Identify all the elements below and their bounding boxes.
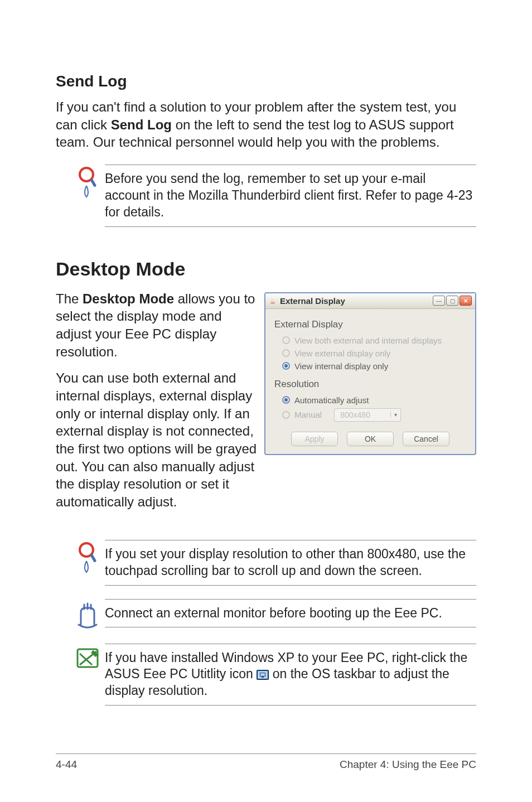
dialog-titlebar: External Display — ▢ ✕ — [265, 293, 475, 309]
minimize-button[interactable]: — — [433, 296, 445, 306]
section-heading-desktop-mode: Desktop Mode — [56, 258, 476, 280]
dialog-title: External Display — [280, 296, 433, 306]
radio-icon — [282, 411, 290, 419]
radio-label: View internal display only — [294, 361, 388, 371]
important-icon — [71, 599, 105, 630]
close-button[interactable]: ✕ — [460, 296, 472, 306]
svg-rect-9 — [260, 673, 265, 676]
radio-icon — [282, 362, 290, 370]
radio-label: Automatically adjust — [294, 395, 369, 405]
svg-rect-10 — [262, 677, 264, 678]
bold-desktop-mode: Desktop Mode — [83, 291, 174, 306]
tip-2: If you set your display resolution to ot… — [56, 540, 476, 586]
chapter-label: Chapter 4: Using the Eee PC — [340, 758, 476, 771]
cancel-button[interactable]: Cancel — [403, 432, 449, 446]
apply-button: Apply — [291, 432, 338, 446]
radio-icon — [282, 396, 290, 404]
important-1-text: Connect an external monitor before booti… — [105, 599, 476, 628]
group-external-display: External Display — [274, 319, 466, 330]
note-3-text: If you have installed Windows XP to your… — [105, 644, 476, 706]
radio-auto-adjust[interactable]: Automatically adjust — [282, 395, 466, 405]
page-number: 4-44 — [56, 758, 77, 771]
tip-icon — [71, 540, 105, 573]
tip-1-text: Before you send the log, remember to set… — [105, 165, 476, 227]
svg-rect-3 — [90, 553, 96, 562]
tip-icon — [71, 165, 105, 198]
radio-view-external-only: View external display only — [282, 349, 466, 358]
radio-label: Manual — [294, 410, 322, 419]
tip-1: Before you send the log, remember to set… — [56, 165, 476, 227]
java-icon — [269, 297, 277, 305]
chevron-down-icon: ▾ — [390, 412, 400, 418]
bold-send-log: Send Log — [111, 117, 172, 132]
note-icon — [71, 644, 105, 671]
page-footer: 4-44 Chapter 4: Using the Eee PC — [56, 753, 476, 771]
radio-icon — [282, 336, 290, 344]
radio-icon — [282, 349, 290, 357]
radio-view-both: View both external and internal displays — [282, 336, 466, 345]
send-log-paragraph: If you can't find a solution to your pro… — [56, 98, 476, 151]
ok-button[interactable]: OK — [347, 432, 394, 446]
important-1: Connect an external monitor before booti… — [56, 599, 476, 630]
desktop-mode-text: The Desktop Mode allows you to select th… — [56, 290, 260, 520]
radio-label: View both external and internal displays — [294, 336, 442, 345]
maximize-button[interactable]: ▢ — [446, 296, 458, 306]
radio-label: View external display only — [294, 349, 390, 358]
desktop-paragraph-2: You can use both external and internal d… — [56, 369, 260, 510]
text: The — [56, 291, 83, 306]
combo-value: 800x480 — [335, 410, 390, 419]
svg-rect-1 — [90, 178, 96, 187]
note-3: If you have installed Windows XP to your… — [56, 644, 476, 706]
external-display-dialog: External Display — ▢ ✕ External Display … — [264, 292, 476, 455]
eee-utility-tray-icon — [257, 670, 269, 680]
radio-manual: Manual 800x480 ▾ — [282, 408, 466, 422]
tip-2-text: If you set your display resolution to ot… — [105, 540, 476, 586]
section-heading-send-log: Send Log — [56, 73, 476, 90]
group-resolution: Resolution — [274, 379, 466, 390]
resolution-combo: 800x480 ▾ — [334, 408, 401, 422]
radio-view-internal-only[interactable]: View internal display only — [282, 361, 466, 371]
